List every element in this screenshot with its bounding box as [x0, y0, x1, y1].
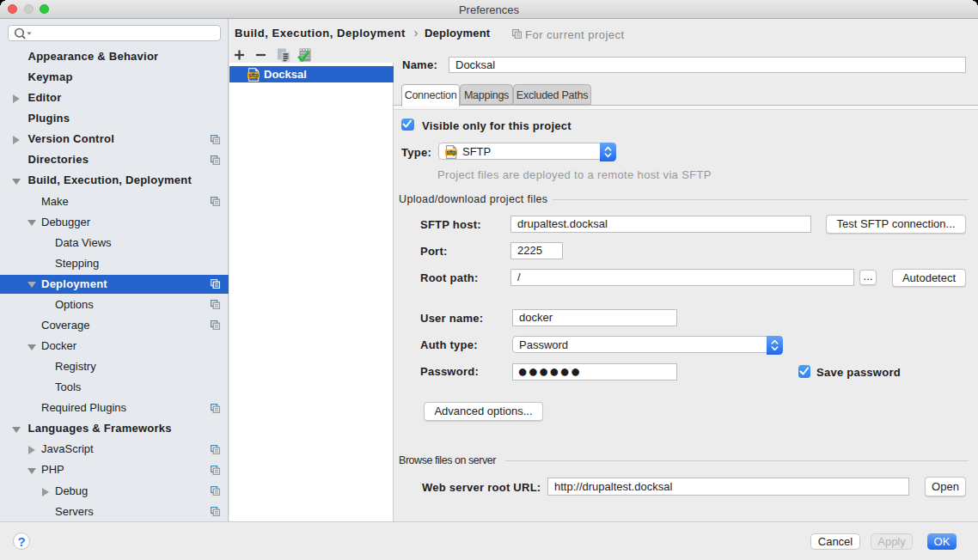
svg-text:sftp: sftp	[248, 72, 259, 79]
svg-text:sftp: sftp	[446, 149, 456, 156]
